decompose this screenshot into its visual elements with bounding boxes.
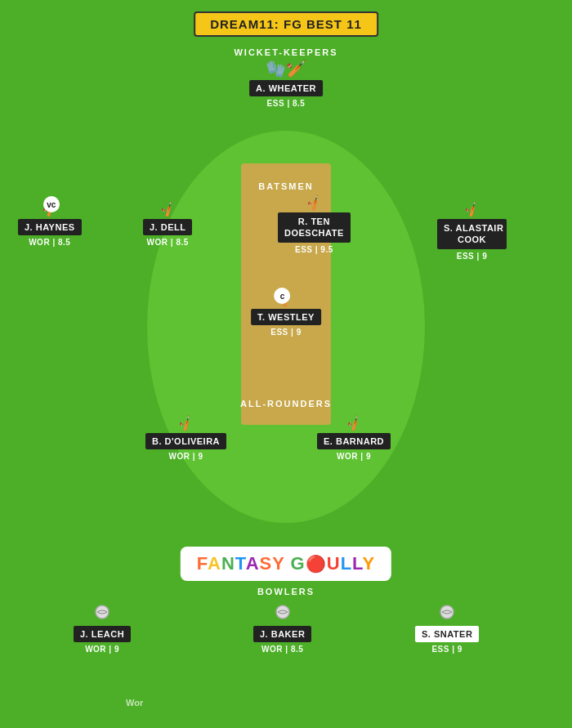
player-info-doliveira: WOR | 9 [169, 452, 203, 461]
fantasy-gully-logo: FANTASY G🔴ULLY [181, 547, 391, 581]
player-name-baker: J. BAKER [253, 626, 311, 642]
player-haynes: vc 🏏 J. HAYNES WOR | 8.5 [18, 203, 82, 247]
cricket-field: DREAM11: FG BEST 11 WICKET-KEEPERS 🧤🏏 A.… [0, 0, 572, 728]
player-name-barnard: E. BARNARD [317, 433, 391, 449]
player-info-baker: WOR | 8.5 [261, 645, 303, 654]
player-info-wheater: ESS | 8.5 [267, 99, 306, 108]
bottom-text: Wor [126, 698, 143, 708]
bat-icon-doliveira: 🏏 [177, 414, 195, 432]
player-westley: c 🏏 T. WESTLEY ESS | 9 [251, 293, 321, 337]
ball-icon-baker [275, 605, 290, 623]
bat-icon-barnard: 🏏 [345, 414, 364, 432]
title-text: DREAM11: FG BEST 11 [210, 17, 362, 31]
player-name-westley: T. WESTLEY [251, 309, 321, 325]
bat-icon-doeschate: 🏏 [305, 194, 324, 212]
vc-badge: vc [43, 196, 60, 212]
player-info-cook: ESS | 9 [457, 252, 487, 261]
player-cook: 🏏 S. ALASTAIRCOOK ESS | 9 [437, 203, 507, 261]
bat-icon-dell: 🏏 [159, 200, 177, 218]
player-name-doliveira: B. D'OLIVEIRA [145, 433, 226, 449]
section-bowlers: BOWLERS [204, 587, 368, 596]
player-snater: S. SNATER ESS | 9 [415, 605, 479, 654]
section-allrounders: ALL-ROUNDERS [204, 399, 368, 409]
player-name-haynes: J. HAYNES [18, 219, 82, 235]
ball-icon-snater [440, 605, 454, 623]
player-doliveira: 🏏 B. D'OLIVEIRA WOR | 9 [145, 417, 226, 461]
bat-icon-cook: 🏏 [463, 200, 481, 218]
player-dell: 🏏 J. DELL WOR | 8.5 [143, 203, 192, 247]
player-info-barnard: WOR | 9 [337, 452, 371, 461]
player-name-cook: S. ALASTAIRCOOK [437, 219, 507, 249]
player-name-doeschate: R. TENDOESCHATE [278, 212, 351, 243]
player-info-westley: ESS | 9 [270, 328, 301, 337]
player-name-wheater: A. WHEATER [249, 80, 323, 96]
player-doeschate: 🏏 R. TENDOESCHATE ESS | 9.5 [278, 196, 351, 254]
player-name-dell: J. DELL [143, 219, 192, 235]
player-name-snater: S. SNATER [415, 626, 479, 642]
player-info-snater: ESS | 9 [431, 645, 462, 654]
player-name-leach: J. LEACH [74, 626, 131, 642]
player-wheater: 🧤🏏 A. WHEATER ESS | 8.5 [249, 59, 323, 108]
title-banner: DREAM11: FG BEST 11 [194, 11, 378, 37]
section-batsmen: BATSMEN [204, 181, 368, 191]
player-info-haynes: WOR | 8.5 [29, 238, 70, 247]
glove-icon: 🧤🏏 [266, 59, 306, 78]
player-info-doeschate: ESS | 9.5 [295, 245, 333, 254]
player-info-dell: WOR | 8.5 [147, 238, 189, 247]
player-baker: J. BAKER WOR | 8.5 [253, 605, 311, 654]
player-barnard: 🏏 E. BARNARD WOR | 9 [317, 417, 391, 461]
section-wicketkeepers: WICKET-KEEPERS [204, 47, 368, 57]
player-leach: J. LEACH WOR | 9 [74, 605, 131, 654]
ball-icon-leach [95, 605, 109, 623]
player-info-leach: WOR | 9 [85, 645, 119, 654]
